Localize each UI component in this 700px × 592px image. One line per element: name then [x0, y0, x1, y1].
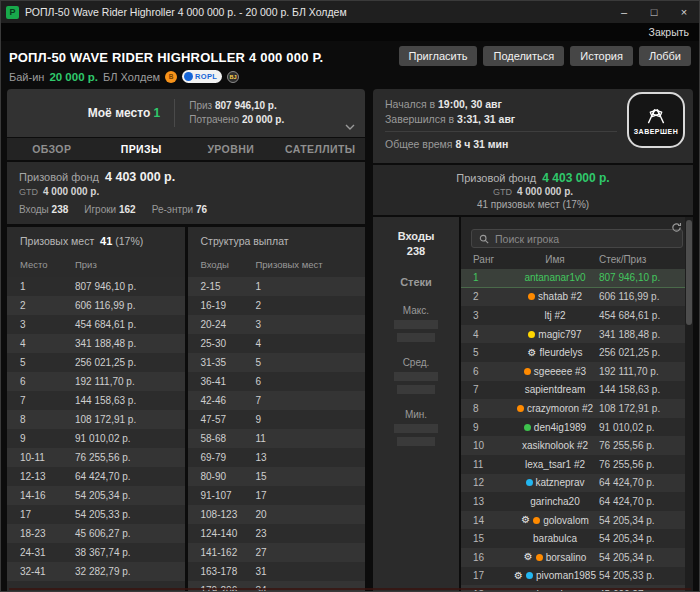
header-button[interactable]: Пригласить: [399, 46, 478, 66]
window-title: РОПЛ-50 Wave Rider Highroller 4 000 000 …: [25, 6, 609, 18]
app-icon: Р: [6, 6, 19, 19]
tab-item[interactable]: УРОВНИ: [186, 138, 276, 160]
player-row[interactable]: 13garincha2064 424,70 р.: [461, 492, 693, 511]
table-row: 7144 158,63 р.: [7, 391, 185, 410]
player-name: shatab #2: [538, 291, 582, 302]
places-rows: 1807 946,10 р.2606 116,99 р.3454 684,61 …: [7, 277, 185, 581]
player-row[interactable]: 14⚙golovalom54 205,34 р.: [461, 511, 693, 530]
divider: [174, 99, 175, 127]
chevron-down-icon[interactable]: [345, 116, 355, 134]
player-name: golovalom: [543, 515, 589, 526]
player-search-box: [471, 229, 683, 248]
player-prize: 76 255,56 р.: [599, 459, 693, 470]
player-row[interactable]: 9den4ig198991 010,02 р.: [461, 418, 693, 437]
stack-placeholder-bar: [397, 385, 435, 394]
player-row[interactable]: 8crazymoron #2108 172,91 р.: [461, 399, 693, 418]
menu-close-item[interactable]: Закрыть: [649, 26, 689, 38]
player-prize: 76 255,56 р.: [599, 440, 693, 451]
player-name: katzneprav: [536, 477, 585, 488]
table-row: 141-16227: [188, 543, 366, 562]
row-key: 91-107: [201, 490, 256, 501]
player-name: xasiknolook #2: [522, 440, 588, 451]
player-rank: 4: [461, 329, 511, 340]
row-value: 144 158,63 р.: [75, 395, 185, 406]
row-value: 9: [256, 414, 366, 425]
max-label: Макс.: [373, 305, 459, 316]
player-row[interactable]: 15barabulca54 205,34 р.: [461, 529, 693, 548]
fund-line: Призовой фонд 4 403 000 р.: [373, 171, 693, 185]
player-row[interactable]: 7sapientdream144 158,63 р.: [461, 381, 693, 400]
scrollbar[interactable]: [685, 217, 693, 592]
divider: [385, 131, 617, 132]
my-summary-bar[interactable]: Моё место 1 Приз 807 946,10 р. Потрачено…: [7, 89, 365, 137]
table-row: 108-12320: [188, 505, 366, 524]
player-row[interactable]: 17⚙pivoman198554 205,33 р.: [461, 567, 693, 586]
structure-title: Структура выплат: [188, 227, 366, 257]
player-prize: 606 116,99 р.: [599, 291, 693, 302]
player-row[interactable]: 1antananar1v0807 946,10 р.: [461, 269, 693, 288]
player-name-cell: lexa_tsar1 #2: [511, 459, 599, 470]
row-key: 36-41: [201, 376, 256, 387]
player-row[interactable]: 6sgeeeee #3192 111,70 р.: [461, 362, 693, 381]
header-button[interactable]: Лобби: [639, 46, 691, 66]
header-button[interactable]: Поделиться: [483, 46, 564, 66]
row-value: 606 116,99 р.: [75, 300, 185, 311]
status-text: ЗАВЕРШЕН: [634, 128, 679, 135]
buyin-line: Бай-ин 20 000 р. БЛ Холдем B ROPL BJ: [9, 70, 691, 83]
table-row: 32-4132 282,79 р.: [7, 562, 185, 581]
player-name: fleurdelys: [540, 347, 583, 358]
row-key: 2: [20, 300, 75, 311]
minimize-icon[interactable]: –: [609, 1, 639, 23]
tab-item[interactable]: ПРИЗЫ: [97, 138, 187, 160]
player-status-dot-icon: [528, 331, 535, 338]
table-row: 80-9015: [188, 467, 366, 486]
tab-item[interactable]: ОБЗОР: [7, 138, 97, 160]
player-row[interactable]: 5⚙fleurdelys256 021,25 р.: [461, 343, 693, 362]
close-icon[interactable]: ×: [669, 1, 699, 23]
right-panel: Начался в 19:00, 30 авг Завершился в 3:3…: [373, 89, 693, 592]
row-value: 11: [256, 433, 366, 444]
player-row[interactable]: 3ltj #2454 684,61 р.: [461, 306, 693, 325]
player-name: den4ig1989: [534, 422, 586, 433]
header-button[interactable]: История: [570, 46, 633, 66]
player-row[interactable]: 11lexa_tsar1 #276 255,56 р.: [461, 455, 693, 474]
player-row[interactable]: 2shatab #2606 116,99 р.: [461, 288, 693, 307]
row-key: 17: [20, 509, 75, 520]
table-row: 69-7913: [188, 448, 366, 467]
table-row: 20-243: [188, 315, 366, 334]
row-value: 54 205,34 р.: [75, 490, 185, 501]
row-value: 1: [256, 281, 366, 292]
refresh-icon[interactable]: [671, 219, 682, 237]
row-value: 256 021,25 р.: [75, 357, 185, 368]
player-row[interactable]: 12katzneprav64 424,70 р.: [461, 474, 693, 493]
player-name: lexa_tsar1 #2: [525, 459, 585, 470]
row-key: 108-123: [201, 509, 256, 520]
maximize-icon[interactable]: □: [639, 1, 669, 23]
stat-pair: Игроки 162: [84, 204, 135, 215]
player-prize: 256 021,25 р.: [599, 347, 693, 358]
player-prize: 54 205,34 р.: [599, 552, 693, 563]
tournament-title: РОПЛ-50 WAVE RIDER HIGHROLLER 4 000 000 …: [9, 46, 399, 65]
scrollbar-thumb[interactable]: [686, 220, 692, 325]
player-prize: 54 205,33 р.: [599, 570, 693, 581]
stacks-stats-column: Входы 238 Стеки Макс. Сред. Мин.: [373, 217, 459, 592]
table-row: 18-2345 606,27 р.: [7, 524, 185, 543]
tab-item[interactable]: САТЕЛЛИТЫ: [276, 138, 366, 160]
player-name-cell: den4ig1989: [511, 422, 599, 433]
player-row[interactable]: 4magic797341 188,48 р.: [461, 325, 693, 344]
token-icon: BJ: [227, 71, 239, 83]
player-row[interactable]: 10xasiknolook #276 255,56 р.: [461, 436, 693, 455]
table-row: 12-1364 424,70 р.: [7, 467, 185, 486]
gear-icon: ⚙: [528, 348, 537, 358]
row-value: 7: [256, 395, 366, 406]
player-name-cell: barabulca: [511, 533, 599, 544]
player-row[interactable]: 16⚙borsalino54 205,34 р.: [461, 548, 693, 567]
table-row: 2606 116,99 р.: [7, 296, 185, 315]
player-search-input[interactable]: [495, 233, 675, 245]
player-prize: 54 205,34 р.: [599, 515, 693, 526]
table-row: 25-304: [188, 334, 366, 353]
row-value: 2: [256, 300, 366, 311]
player-name-cell: shatab #2: [511, 291, 599, 302]
row-value: 32 282,79 р.: [75, 566, 185, 577]
table-row: 47-579: [188, 410, 366, 429]
